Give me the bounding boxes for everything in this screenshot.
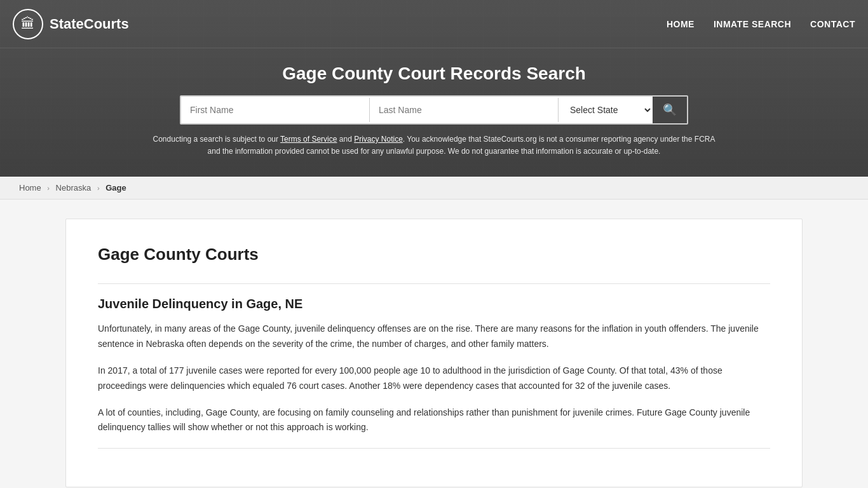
main-content: Gage County Courts Juvenile Delinquency … [53, 219, 815, 487]
first-name-input[interactable] [181, 98, 369, 121]
nav-contact[interactable]: CONTACT [810, 19, 855, 29]
terms-link[interactable]: Terms of Service [280, 135, 337, 144]
nav-home[interactable]: HOME [667, 19, 695, 29]
breadcrumb: Home › Nebraska › Gage [0, 177, 868, 200]
site-header: 🏛 StateCourts HOME INMATE SEARCH CONTACT… [0, 0, 868, 177]
section-divider-1 [98, 283, 770, 284]
search-button[interactable]: 🔍 [653, 97, 687, 123]
content-para-1: Unfortunately, in many areas of the Gage… [98, 322, 770, 352]
section-divider-2 [98, 448, 770, 449]
content-card: Gage County Courts Juvenile Delinquency … [65, 219, 803, 487]
breadcrumb-home[interactable]: Home [19, 183, 41, 193]
privacy-link[interactable]: Privacy Notice [354, 135, 403, 144]
logo-icon: 🏛 [13, 9, 43, 39]
state-select-wrap: Select State AlabamaAlaskaArizona Arkans… [558, 98, 653, 122]
nav-links: HOME INMATE SEARCH CONTACT [667, 19, 855, 29]
breadcrumb-sep-1: › [47, 184, 50, 192]
breadcrumb-sep-2: › [97, 184, 100, 192]
site-name: StateCourts [50, 16, 129, 32]
content-para-2: In 2017, a total of 177 juvenile cases w… [98, 363, 770, 394]
breadcrumb-county: Gage [105, 183, 126, 193]
site-logo[interactable]: 🏛 StateCourts [13, 9, 129, 39]
state-select[interactable]: Select State AlabamaAlaskaArizona Arkans… [559, 98, 653, 122]
section1-title: Juvenile Delinquency in Gage, NE [98, 297, 770, 311]
content-main-title: Gage County Courts [98, 245, 770, 264]
disclaimer-text: Conducting a search is subject to our Te… [148, 133, 720, 158]
last-name-input[interactable] [370, 98, 558, 121]
header-content: Gage County Court Records Search Select … [0, 48, 868, 164]
breadcrumb-state[interactable]: Nebraska [56, 183, 92, 193]
search-icon: 🔍 [663, 103, 677, 117]
page-title: Gage County Court Records Search [13, 64, 855, 84]
content-para-3: A lot of counties, including, Gage Count… [98, 405, 770, 436]
search-form: Select State AlabamaAlaskaArizona Arkans… [180, 95, 688, 125]
nav-inmate-search[interactable]: INMATE SEARCH [714, 19, 791, 29]
navigation: 🏛 StateCourts HOME INMATE SEARCH CONTACT [0, 0, 868, 48]
